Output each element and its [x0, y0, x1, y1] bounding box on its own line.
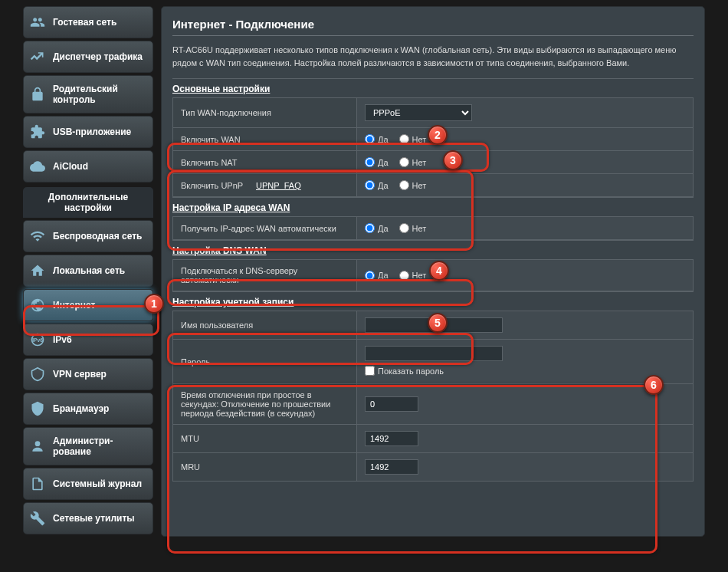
sidebar: Гостевая сеть Диспетчер трафика Родитель… [23, 6, 153, 537]
nav-vpn[interactable]: VPN сервер [23, 358, 153, 390]
nav-label: Беспроводная сеть [53, 231, 142, 242]
shield-icon [30, 401, 45, 416]
label-auto-dns: Подключаться к DNS-серверу автоматически [173, 260, 357, 291]
nav-label: Системный журнал [53, 478, 142, 489]
cloud-icon [30, 159, 45, 174]
nav-ipv6[interactable]: IPv6 IPv6 [23, 324, 153, 356]
section-wanip: Настройка IP адреса WAN [172, 197, 694, 216]
nav-label: Брандмауэр [53, 403, 109, 414]
nav-internet[interactable]: Интернет [23, 289, 153, 321]
label-auto-ip: Получить IP-адрес WAN автоматически [173, 217, 357, 240]
home-icon [30, 263, 45, 278]
nav-label: Гостевая сеть [53, 17, 116, 28]
radio-wan-yes[interactable]: Да [365, 134, 389, 144]
nav-label: Родительский контроль [53, 84, 146, 105]
label-enable-upnp: Включить UPnP UPNP_FAQ [173, 174, 357, 197]
nav-label: IPv6 [53, 334, 72, 345]
nav-guest[interactable]: Гостевая сеть [23, 6, 153, 38]
nav-usb[interactable]: USB-приложение [23, 116, 153, 148]
badge-1: 1 [144, 294, 164, 314]
nav-label: Диспетчер трафика [53, 51, 143, 62]
radio-autodns-no[interactable]: Нет [399, 271, 427, 281]
nav-parental[interactable]: Родительский контроль [23, 75, 153, 113]
wanip-table: Получить IP-адрес WAN автоматически Да Н… [172, 216, 694, 240]
nav-syslog[interactable]: Системный журнал [23, 468, 153, 500]
nav-traffic[interactable]: Диспетчер трафика [23, 41, 153, 73]
nav-label: USB-приложение [53, 127, 131, 137]
radio-nat-yes[interactable]: Да [365, 157, 389, 167]
idle-input[interactable] [365, 396, 418, 412]
label-mtu: MTU [173, 425, 357, 453]
nav-label: Локальная сеть [53, 265, 125, 276]
wrench-icon [30, 511, 45, 526]
label-enable-wan: Включить WAN [173, 128, 357, 151]
wifi-icon [30, 228, 45, 244]
password-input[interactable] [365, 346, 503, 361]
radio-autoip-no[interactable]: Нет [399, 223, 427, 233]
nav-firewall[interactable]: Брандмауэр [23, 393, 153, 425]
radio-autodns-yes[interactable]: Да [365, 271, 389, 281]
label-mru: MRU [173, 453, 357, 482]
page-desc: RT-AC66U поддерживает несколько типов по… [172, 44, 694, 69]
ipv6-icon: IPv6 [30, 332, 45, 347]
admin-icon [30, 439, 45, 454]
label-wan-type: Тип WAN-подключения [173, 98, 357, 128]
wan-type-select[interactable]: PPPoE [365, 104, 472, 121]
log-icon [30, 476, 45, 491]
upnp-faq-link[interactable]: UPNP_FAQ [256, 181, 301, 190]
nav-aicloud[interactable]: AiCloud [23, 150, 153, 182]
users-icon [30, 15, 45, 30]
radio-nat-no[interactable]: Нет [399, 157, 427, 167]
radio-autoip-yes[interactable]: Да [365, 223, 389, 233]
account-table: Имя пользователя Пароль Показать пароль … [172, 311, 694, 482]
badge-3: 3 [443, 150, 463, 170]
nav-label: Администри-рование [53, 436, 146, 457]
mru-input[interactable] [365, 459, 418, 475]
traffic-icon [30, 49, 45, 64]
vpn-icon [30, 367, 45, 382]
nav-admin[interactable]: Администри-рование [23, 427, 153, 465]
badge-5: 5 [428, 313, 448, 333]
radio-wan-no[interactable]: Нет [399, 134, 427, 144]
basic-table: Тип WAN-подключения PPPoE Включить WAN Д… [172, 97, 694, 197]
label-enable-nat: Включить NAT [173, 151, 357, 174]
page-title: Интернет - Подключение [172, 18, 694, 36]
label-username: Имя пользователя [173, 311, 357, 340]
nav-tools[interactable]: Сетевые утилиты [23, 502, 153, 534]
label-password: Пароль [173, 340, 357, 384]
radio-upnp-yes[interactable]: Да [365, 180, 389, 190]
lock-icon [30, 87, 45, 102]
section-header-advanced: Дополнительные настройки [23, 187, 153, 218]
nav-lan[interactable]: Локальная сеть [23, 255, 153, 287]
svg-point-2 [35, 441, 41, 446]
nav-label: AiCloud [53, 161, 88, 172]
nav-label: VPN сервер [53, 369, 107, 380]
label-idle: Время отключения при простое в секундах:… [173, 384, 357, 425]
nav-label: Интернет [53, 300, 95, 311]
badge-2: 2 [428, 125, 448, 145]
globe-icon [30, 298, 45, 313]
radio-upnp-no[interactable]: Нет [399, 180, 427, 190]
badge-4: 4 [429, 261, 449, 281]
nav-label: Сетевые утилиты [53, 513, 135, 524]
puzzle-icon [30, 124, 45, 140]
section-account: Настройка учетной записи [172, 291, 694, 311]
mtu-input[interactable] [365, 431, 418, 446]
section-basic: Основные настройки [172, 78, 694, 97]
nav-wireless[interactable]: Беспроводная сеть [23, 220, 153, 252]
svg-text:IPv6: IPv6 [32, 337, 43, 343]
show-password-checkbox[interactable]: Показать пароль [365, 366, 444, 376]
badge-6: 6 [644, 375, 664, 395]
section-dns: Настройка DNS WAN [172, 240, 694, 259]
